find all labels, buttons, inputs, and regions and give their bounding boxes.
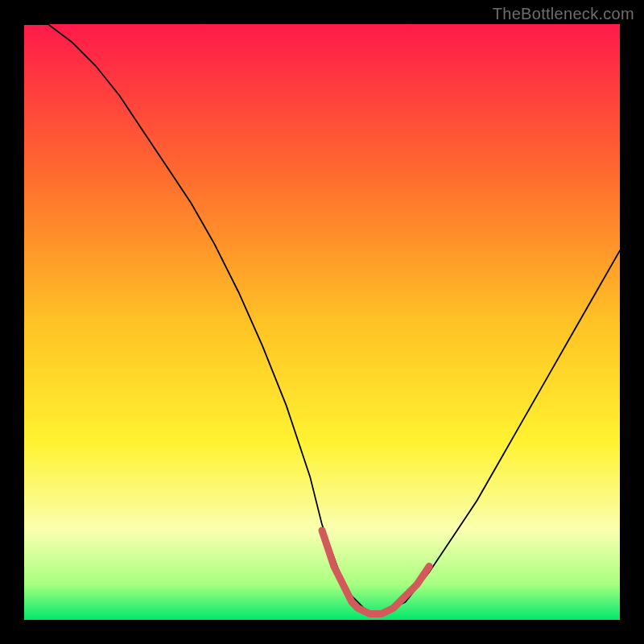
chart-frame: TheBottleneck.com	[0, 0, 644, 644]
chart-svg	[24, 24, 620, 620]
plot-area	[24, 24, 620, 620]
watermark-text: TheBottleneck.com	[493, 5, 634, 23]
